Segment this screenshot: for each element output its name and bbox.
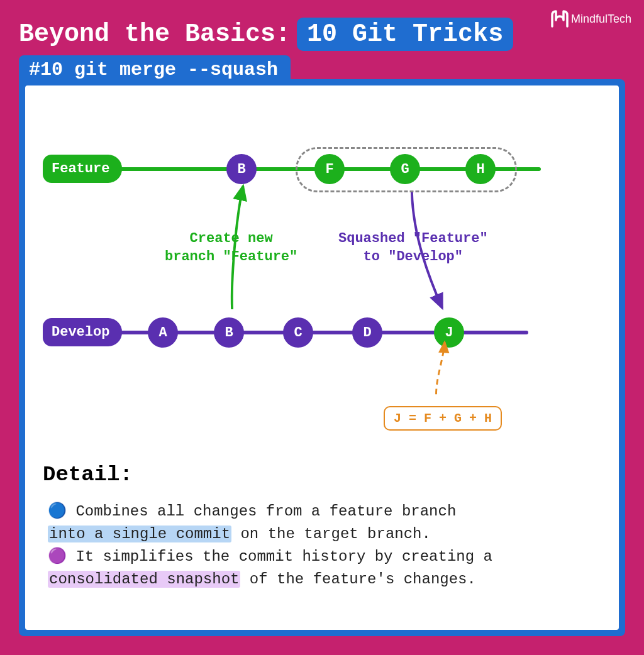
content-frame: Feature B F G H Develop A B C D J Create… [19, 79, 625, 636]
develop-commit-d: D [352, 317, 382, 348]
brand: MindfulTech [550, 9, 631, 29]
content-panel: Feature B F G H Develop A B C D J Create… [25, 85, 619, 630]
detail-heading: Detail: [43, 463, 601, 487]
annotation-create-branch: Create new branch "Feature" [165, 230, 297, 266]
develop-commit-a: A [148, 317, 178, 348]
feature-commit-g: G [390, 154, 420, 184]
detail-line2-post: of the feature's changes. [240, 571, 475, 588]
develop-commit-b: B [214, 317, 244, 348]
bullet-purple-icon: 🟣 [48, 548, 67, 565]
tip-tab-label: #10 git merge --squash [29, 59, 278, 80]
detail-body: 🔵 Combines all changes from a feature br… [43, 500, 601, 591]
brand-logo-icon [550, 9, 570, 29]
detail-line1-highlight: into a single commit [48, 526, 231, 542]
develop-branch-label: Develop [43, 318, 122, 346]
page-title-area: Beyond the Basics: 10 Git Tricks [19, 18, 513, 51]
title-badge: 10 Git Tricks [297, 18, 513, 51]
detail-section: Detail: 🔵 Combines all changes from a fe… [43, 463, 601, 591]
develop-commit-j: J [434, 317, 464, 348]
annotation-squashed: Squashed "Feature" to "Develop" [338, 230, 488, 266]
detail-line2-highlight: consolidated snapshot [48, 571, 240, 588]
equation-box: J = F + G + H [384, 406, 502, 431]
detail-line1-post: on the target branch. [231, 526, 431, 542]
brand-text: MindfulTech [571, 13, 631, 26]
title-prefix: Beyond the Basics: [19, 20, 291, 48]
feature-commit-b: B [226, 154, 257, 184]
git-diagram: Feature B F G H Develop A B C D J Create… [25, 98, 619, 450]
bullet-blue-icon: 🔵 [48, 503, 67, 520]
feature-branch-label: Feature [43, 155, 122, 183]
detail-line2-pre: It simplifies the commit history by crea… [67, 548, 492, 565]
develop-commit-c: C [283, 317, 313, 348]
detail-line1-pre: Combines all changes from a feature bran… [67, 503, 456, 520]
feature-commit-h: H [465, 154, 496, 184]
feature-commit-f: F [314, 154, 345, 184]
